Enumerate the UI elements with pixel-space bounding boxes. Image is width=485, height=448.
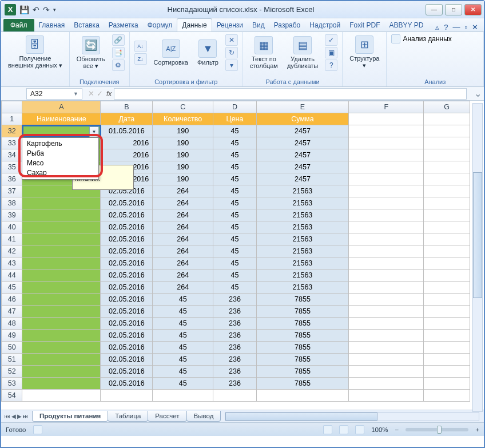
- ribbon-minimize-icon[interactable]: ▵: [435, 23, 439, 31]
- redo-icon[interactable]: ↷: [43, 5, 50, 14]
- cell[interactable]: 45: [213, 197, 257, 209]
- cell[interactable]: [22, 221, 101, 233]
- cell[interactable]: [22, 209, 101, 221]
- cell[interactable]: [349, 221, 424, 233]
- cell[interactable]: 21563: [256, 257, 348, 269]
- filter-button[interactable]: ▼ Фильтр: [195, 38, 221, 67]
- cell[interactable]: 21563: [256, 233, 348, 245]
- cell[interactable]: [424, 185, 470, 197]
- cell[interactable]: [349, 294, 424, 306]
- row-header[interactable]: 37: [2, 185, 22, 197]
- col-header-f[interactable]: F: [349, 101, 424, 113]
- cell[interactable]: [153, 390, 213, 402]
- row-header[interactable]: 38: [2, 197, 22, 209]
- minimize-button[interactable]: —: [426, 4, 443, 15]
- cell[interactable]: 02.05.2016: [101, 245, 153, 257]
- row-header[interactable]: 54: [2, 390, 22, 402]
- reapply-button[interactable]: ↻: [225, 47, 238, 58]
- cell[interactable]: [349, 366, 424, 378]
- select-all-corner[interactable]: [2, 101, 22, 113]
- row-header[interactable]: 40: [2, 221, 22, 233]
- cell[interactable]: 45: [153, 294, 213, 306]
- cell[interactable]: 2457: [256, 125, 348, 137]
- tab-developer[interactable]: Разрабо: [269, 19, 305, 31]
- cell[interactable]: 02.05.2016: [101, 257, 153, 269]
- cell[interactable]: [349, 390, 424, 402]
- sort-za-button[interactable]: Z↓: [134, 53, 147, 65]
- row-header[interactable]: 44: [2, 269, 22, 282]
- view-normal-icon[interactable]: [323, 425, 332, 434]
- cell[interactable]: 2457: [256, 161, 348, 173]
- cell[interactable]: 45: [213, 137, 257, 149]
- cell[interactable]: 7855: [256, 366, 348, 378]
- cell[interactable]: 2457: [256, 149, 348, 161]
- row-header[interactable]: 32: [2, 125, 22, 137]
- cell[interactable]: 21563: [256, 185, 348, 197]
- row-header[interactable]: 35: [2, 161, 22, 173]
- sheet-tab[interactable]: Таблица: [108, 411, 148, 422]
- cell[interactable]: 02.05.2016: [101, 282, 153, 294]
- cell[interactable]: [424, 354, 470, 366]
- cell[interactable]: [22, 257, 101, 269]
- cell[interactable]: [424, 330, 470, 342]
- cell[interactable]: [22, 233, 101, 245]
- cell[interactable]: 236: [213, 366, 257, 378]
- cell[interactable]: [424, 173, 470, 185]
- row-header[interactable]: 49: [2, 330, 22, 342]
- cell[interactable]: 236: [213, 330, 257, 342]
- cell[interactable]: 264: [153, 269, 213, 282]
- row-header[interactable]: 52: [2, 366, 22, 378]
- outline-button[interactable]: ⊞ Структура ▾: [347, 34, 381, 70]
- col-header-d[interactable]: D: [213, 101, 257, 113]
- cell[interactable]: 21563: [256, 269, 348, 282]
- cell[interactable]: 7855: [256, 378, 348, 390]
- cell[interactable]: [424, 161, 470, 173]
- cell[interactable]: 45: [213, 173, 257, 185]
- cell[interactable]: [22, 269, 101, 282]
- validation-dropdown-arrow[interactable]: ▼: [89, 126, 99, 137]
- consolidate-button[interactable]: ▣: [325, 47, 337, 58]
- list-item[interactable]: Сахар: [22, 168, 98, 178]
- view-pagebreak-icon[interactable]: [355, 425, 364, 434]
- sheet-tab[interactable]: Рассчет: [148, 411, 186, 422]
- cell[interactable]: [22, 306, 101, 318]
- cell[interactable]: [349, 233, 424, 245]
- cell[interactable]: [349, 137, 424, 149]
- cell[interactable]: 01.05.2016: [101, 125, 153, 137]
- cell[interactable]: 45: [213, 149, 257, 161]
- zoom-in-button[interactable]: +: [475, 426, 479, 433]
- row-header[interactable]: 34: [2, 149, 22, 161]
- cell[interactable]: 02.05.2016: [101, 354, 153, 366]
- cell[interactable]: 236: [213, 342, 257, 354]
- cell[interactable]: 2457: [256, 173, 348, 185]
- advanced-filter-button[interactable]: ▾: [225, 60, 238, 71]
- horizontal-scroll-thumb[interactable]: [225, 413, 377, 421]
- cell[interactable]: 264: [153, 209, 213, 221]
- cell[interactable]: [349, 197, 424, 209]
- namebox-dropdown-icon[interactable]: ▼: [73, 91, 78, 97]
- cell[interactable]: [349, 113, 424, 125]
- cell[interactable]: 264: [153, 221, 213, 233]
- tab-abbyy[interactable]: ABBYY PD: [385, 19, 428, 31]
- cell[interactable]: 236: [213, 318, 257, 330]
- cell[interactable]: [349, 378, 424, 390]
- cell[interactable]: 45: [213, 185, 257, 197]
- cell[interactable]: [424, 221, 470, 233]
- close-button[interactable]: ✕: [464, 4, 482, 15]
- row-header[interactable]: 41: [2, 233, 22, 245]
- cell[interactable]: 7855: [256, 306, 348, 318]
- cell[interactable]: [349, 161, 424, 173]
- cell[interactable]: 45: [153, 306, 213, 318]
- data-validation-button[interactable]: ✓: [325, 34, 337, 46]
- tab-foxit[interactable]: Foxit PDF: [345, 19, 384, 31]
- cell[interactable]: 190: [153, 161, 213, 173]
- cell[interactable]: [424, 257, 470, 269]
- cell[interactable]: [22, 318, 101, 330]
- cell[interactable]: 45: [213, 245, 257, 257]
- help-icon[interactable]: ?: [444, 23, 448, 31]
- cell[interactable]: 45: [153, 342, 213, 354]
- cell[interactable]: 7855: [256, 294, 348, 306]
- cell[interactable]: [424, 137, 470, 149]
- row-header[interactable]: 47: [2, 306, 22, 318]
- cell[interactable]: 02.05.2016: [101, 342, 153, 354]
